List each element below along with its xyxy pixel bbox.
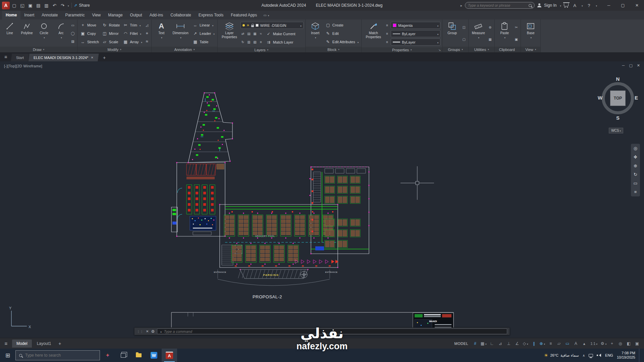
match-properties-tool[interactable]: Match Properties <box>363 20 383 47</box>
layer-dropdown-caret-icon[interactable] <box>300 23 302 27</box>
viewcube-west[interactable]: W <box>598 95 602 101</box>
add-layout-button[interactable]: + <box>56 341 63 346</box>
linetype-dropdown-caret-icon[interactable] <box>437 32 439 36</box>
transparency-icon[interactable]: ▱ <box>555 340 562 347</box>
layer-state-icon[interactable]: ⇄ <box>240 32 245 36</box>
paste-tool[interactable]: Paste <box>496 20 513 46</box>
circle-tool[interactable]: Circle <box>36 20 52 46</box>
text-tool[interactable]: A Text <box>153 20 169 46</box>
drawing-area[interactable]: MAADI ENTRANCE ENTRANCE PARKING GROCERY … <box>0 61 644 338</box>
graphics-performance-icon[interactable]: ◧ <box>625 340 632 347</box>
copy-tool[interactable]: ▣Copy <box>79 29 100 38</box>
quick-calc-icon[interactable]: ▦ <box>488 37 492 42</box>
redo-icon[interactable]: ↷ <box>59 2 66 9</box>
move-tool[interactable]: +Move <box>79 21 100 29</box>
match-layer-button[interactable]: ⇉Match Layer <box>265 38 294 46</box>
isolate-objects-icon[interactable]: ◎ <box>617 340 624 347</box>
layer-merge-icon[interactable]: ▥ <box>247 40 251 45</box>
start-button[interactable]: ⊞ <box>0 349 15 362</box>
command-input-field[interactable] <box>157 328 507 334</box>
trim-tool[interactable]: ✂Trim <box>122 21 143 29</box>
layer-freeze-icon[interactable]: ▦ <box>253 32 257 36</box>
tab-start[interactable]: Start <box>11 54 29 61</box>
rectangle-tool-icon[interactable]: ▭ <box>70 23 75 27</box>
line-tool[interactable]: Line <box>2 20 18 46</box>
panel-label-annotation[interactable]: Annotation <box>152 47 217 52</box>
tab-view[interactable]: View <box>88 11 104 19</box>
app-manager-dropdown-icon[interactable] <box>581 3 583 8</box>
layer-off-icon[interactable]: ≈ <box>259 32 263 36</box>
color-dropdown-caret-icon[interactable] <box>437 23 439 27</box>
search-icon[interactable] <box>529 4 532 7</box>
annotation-monitor-icon[interactable]: + <box>608 340 615 347</box>
dimension-tool[interactable]: Dimension <box>170 20 191 46</box>
wcs-selector[interactable]: WCS <box>609 128 623 133</box>
keyword-search[interactable] <box>465 2 535 9</box>
tab-annotate[interactable]: Annotate <box>38 11 61 19</box>
isodraft-icon[interactable]: ◇ <box>522 340 529 347</box>
edit-attributes-tool[interactable]: ✎Edit Attributes <box>324 38 360 46</box>
taskbar-search[interactable] <box>15 350 100 360</box>
infer-constraints-icon[interactable]: ∟ <box>488 340 495 347</box>
measure-tool[interactable]: Measure <box>470 20 486 46</box>
save-icon[interactable]: ▣ <box>27 2 34 9</box>
cut-icon[interactable]: ✂ <box>514 25 519 29</box>
viewcube-top-face[interactable]: TOP <box>610 90 626 106</box>
task-view-button[interactable] <box>115 349 131 362</box>
pan-icon[interactable]: ✥ <box>634 155 637 159</box>
ungroup-icon[interactable]: ◫ <box>462 25 466 29</box>
layer-delete-icon[interactable]: ▧ <box>253 40 257 45</box>
viewcube[interactable]: N S W E TOP <box>598 76 637 126</box>
osnap-tracking-icon[interactable]: ∥ <box>530 340 537 347</box>
clock[interactable]: 7:08 PM 10/19/2025 <box>617 351 635 360</box>
viewport-controls[interactable]: [-][Top][2D Wireframe] <box>4 64 42 68</box>
tab-parametric[interactable]: Parametric <box>61 11 88 19</box>
lineweight-dropdown-caret-icon[interactable] <box>437 40 439 44</box>
viewport-maximize-icon[interactable]: ▢ <box>629 63 632 68</box>
minimize-button[interactable]: ─ <box>602 0 616 11</box>
leader-tool[interactable]: ↗Leader <box>192 29 216 38</box>
copy-clip-icon[interactable]: ▣ <box>514 37 519 42</box>
close-tab-icon[interactable]: ✕ <box>91 56 94 59</box>
command-line[interactable]: ⋮⋮ ✕ ⚙ <box>134 327 510 335</box>
keyword-search-input[interactable] <box>468 3 527 7</box>
plot-icon[interactable]: ▥ <box>43 2 50 9</box>
explode-tool-icon[interactable]: ✳ <box>145 31 149 36</box>
layer-walk-icon[interactable]: ↻ <box>240 40 245 45</box>
cart-icon[interactable] <box>564 3 569 6</box>
layer-color-swatch[interactable] <box>256 24 259 27</box>
object-color-dropdown[interactable]: Magenta <box>391 22 440 29</box>
scale-tool[interactable]: ▱Scale <box>101 38 121 46</box>
layer-dropdown[interactable]: ☀ WIRE -DSEGIN <box>240 22 304 29</box>
tab-model[interactable]: Model <box>12 340 32 348</box>
properties-list-icon[interactable]: ≡ <box>385 23 389 28</box>
hidden-icons-chevron[interactable]: ∧ <box>583 354 585 357</box>
insert-tool[interactable]: Insert <box>307 20 323 46</box>
ribbon-options-icon[interactable]: ▭ <box>261 11 272 19</box>
autocad-taskbar-app[interactable]: A <box>162 349 177 362</box>
maximize-button[interactable]: ▢ <box>616 0 630 11</box>
new-file-icon[interactable]: ▢ <box>11 2 18 9</box>
properties-launcher-icon[interactable]: ↘ <box>438 48 441 52</box>
rotate-tool[interactable]: ↻Rotate <box>101 21 121 29</box>
new-tab-button[interactable]: + <box>101 54 108 61</box>
fillet-tool[interactable]: ◠Fillet <box>122 29 143 38</box>
save-as-icon[interactable]: ▤ <box>35 2 42 9</box>
table-tool[interactable]: ▦Table <box>192 38 216 46</box>
panel-label-draw[interactable]: Draw <box>0 47 77 52</box>
viewcube-south[interactable]: S <box>598 115 637 121</box>
linear-tool[interactable]: ↔Linear <box>192 21 216 29</box>
tab-express-tools[interactable]: Express Tools <box>195 11 227 19</box>
taskbar-assistant-app[interactable]: ✦ <box>100 349 115 362</box>
layout-menu-icon[interactable]: ≡ <box>0 341 12 346</box>
polar-tracking-icon[interactable]: ∠ <box>514 340 521 347</box>
close-button[interactable]: ✕ <box>630 0 644 11</box>
clean-screen-icon[interactable]: ▣ <box>634 340 641 347</box>
orbit-icon[interactable]: ↻ <box>634 172 637 177</box>
showmotion-icon[interactable]: ▭ <box>633 181 637 185</box>
help-dropdown-icon[interactable] <box>595 3 597 8</box>
lineweight-list-icon[interactable]: ≡ <box>385 40 389 45</box>
layer-lock-icon[interactable] <box>251 25 254 27</box>
command-grip-handle[interactable]: ⋮⋮ <box>137 330 144 333</box>
zoom-icon[interactable]: ⊕ <box>634 164 637 168</box>
